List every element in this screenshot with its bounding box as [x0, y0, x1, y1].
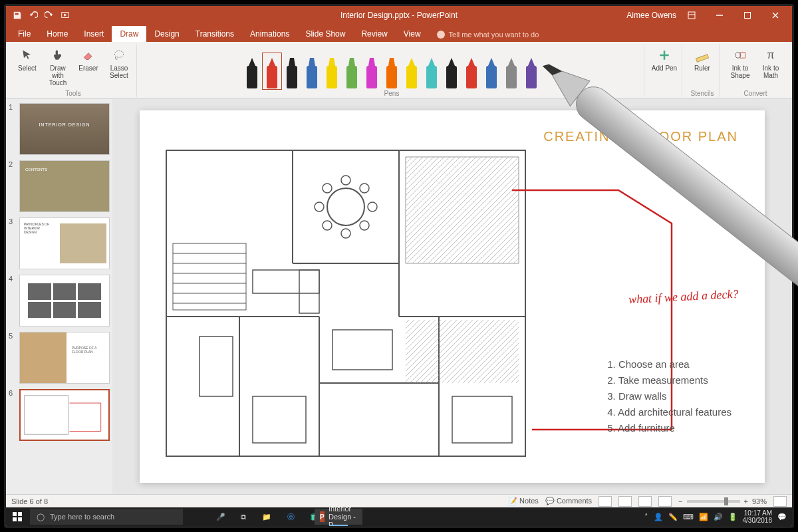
task-view-icon[interactable]: ⧉	[232, 507, 255, 526]
group-label-convert: Convert	[743, 88, 767, 97]
thumb-2[interactable]: 2CONTENTS	[9, 160, 110, 212]
pen-swatch-6[interactable]	[363, 54, 380, 88]
tab-design[interactable]: Design	[146, 26, 187, 42]
thumb-4[interactable]: 4	[9, 275, 110, 327]
document-title: Interior Design.pptx - PowerPoint	[340, 11, 458, 20]
thumb-5[interactable]: 5PURPOSE OF A FLOOR PLAN	[9, 332, 110, 384]
tab-view[interactable]: View	[396, 26, 429, 42]
select-button[interactable]: Select	[14, 45, 41, 72]
close-icon[interactable]	[763, 6, 788, 25]
pen-tray-icon[interactable]: ✏️	[668, 513, 678, 521]
slide-thumbnails[interactable]: 1INTERIOR DESIGN 2CONTENTS 3PRINCIPLES O…	[6, 99, 112, 494]
current-slide[interactable]: CREATING A FLOOR PLAN	[140, 110, 765, 483]
slideshow-view-icon[interactable]	[658, 496, 672, 507]
tray-up-icon[interactable]: ˄	[644, 513, 648, 521]
ink-to-shape-button[interactable]: Ink to Shape	[727, 45, 753, 79]
start-slideshow-icon[interactable]	[61, 11, 70, 20]
group-label-tools: Tools	[65, 88, 80, 97]
svg-rect-41	[332, 330, 392, 370]
tab-slideshow[interactable]: Slide Show	[297, 26, 353, 42]
people-icon[interactable]: 👤	[654, 513, 663, 521]
svg-rect-27	[406, 157, 519, 263]
slide-heading: CREATING A FLOOR PLAN	[543, 129, 738, 144]
reading-view-icon[interactable]	[638, 496, 652, 507]
sorter-view-icon[interactable]	[618, 496, 632, 507]
taskbar-powerpoint[interactable]: PInterior Design - P...	[327, 507, 350, 526]
ink-to-math-button[interactable]: π Ink to Math	[757, 45, 784, 79]
tell-me-search[interactable]: Tell me what you want to do	[429, 27, 547, 42]
tab-file[interactable]: File	[10, 26, 39, 42]
eraser-icon	[80, 47, 96, 63]
pen-swatch-11[interactable]	[463, 54, 480, 88]
system-tray[interactable]: ˄ 👤 ✏️ ⌨ 📶 🔊 🔋 10:17 AM 4/30/2018 💬	[644, 509, 793, 524]
svg-point-32	[315, 202, 324, 211]
volume-icon[interactable]: 🔊	[714, 513, 723, 521]
taskbar-explorer[interactable]: 📁	[255, 507, 279, 526]
taskbar-search[interactable]: ◯ Type here to search	[30, 509, 183, 525]
pen-swatch-13[interactable]	[503, 54, 520, 88]
pen-swatch-5[interactable]	[343, 54, 360, 88]
wifi-icon[interactable]: 📶	[699, 513, 708, 521]
tell-me-placeholder: Tell me what you want to do	[449, 31, 539, 39]
tab-home[interactable]: Home	[39, 26, 76, 42]
svg-point-36	[323, 221, 332, 230]
maximize-icon[interactable]	[735, 6, 760, 25]
ribbon-options-icon[interactable]	[679, 6, 704, 25]
windows-taskbar: ◯ Type here to search 🎤 ⧉ 📁 ⓔ 🛍️ PInteri…	[6, 507, 792, 526]
pen-swatch-9[interactable]	[423, 54, 440, 88]
ink-math-icon: π	[763, 47, 779, 63]
pen-swatch-2[interactable]	[283, 54, 301, 88]
battery-icon[interactable]: 🔋	[728, 513, 737, 521]
svg-rect-1	[688, 12, 695, 19]
thumb-1[interactable]: 1INTERIOR DESIGN	[9, 103, 110, 155]
eraser-button[interactable]: Eraser	[75, 45, 102, 72]
lasso-select-button[interactable]: Lasso Select	[106, 45, 132, 79]
svg-point-31	[341, 229, 350, 238]
pen-swatch-3[interactable]	[303, 54, 321, 88]
notes-button[interactable]: 📝 Notes	[508, 497, 539, 505]
title-bar: Interior Design.pptx - PowerPoint Aimee …	[6, 6, 792, 25]
svg-point-30	[341, 176, 350, 185]
pen-swatch-1[interactable]	[263, 54, 281, 88]
ruler-icon	[694, 47, 710, 63]
fit-window-icon[interactable]	[773, 496, 787, 507]
zoom-slider[interactable]: −+ 93%	[678, 497, 767, 505]
ribbon-group-convert: Ink to Shape π Ink to Math Convert	[723, 45, 788, 97]
tab-draw[interactable]: Draw	[112, 26, 146, 42]
slide-editor[interactable]: CREATING A FLOOR PLAN	[112, 99, 792, 494]
minimize-icon[interactable]	[707, 6, 732, 25]
thumb-3[interactable]: 3PRINCIPLES OF INTERIOR DESIGN	[9, 217, 110, 269]
slide-steps: 1. Choose an area 2. Take measurements 3…	[607, 356, 732, 436]
tab-review[interactable]: Review	[353, 26, 395, 42]
taskbar-clock[interactable]: 10:17 AM 4/30/2018	[743, 509, 773, 524]
comments-button[interactable]: 💬 Comments	[545, 497, 592, 505]
pen-swatch-10[interactable]	[443, 54, 460, 88]
save-icon[interactable]	[13, 11, 22, 20]
tab-animations[interactable]: Animations	[242, 26, 297, 42]
svg-rect-46	[13, 517, 17, 521]
pen-swatch-7[interactable]	[383, 54, 400, 88]
group-label-pens: Pens	[384, 88, 400, 97]
mic-icon[interactable]: 🎤	[209, 507, 232, 526]
thumb-6[interactable]: 6	[9, 389, 110, 441]
svg-rect-3	[745, 13, 751, 19]
action-center-icon[interactable]: 💬	[777, 513, 787, 521]
touch-icon	[50, 47, 66, 63]
draw-with-touch-button[interactable]: Draw with Touch	[45, 45, 71, 86]
tab-transitions[interactable]: Transitions	[188, 26, 242, 42]
undo-icon[interactable]	[29, 11, 38, 20]
taskbar-edge[interactable]: ⓔ	[279, 507, 303, 526]
add-pen-button[interactable]: Add Pen	[651, 45, 678, 72]
tab-insert[interactable]: Insert	[76, 26, 112, 42]
redo-icon[interactable]	[45, 11, 54, 20]
start-button[interactable]	[6, 507, 29, 526]
pen-swatch-0[interactable]	[243, 54, 261, 88]
keyboard-icon[interactable]: ⌨	[683, 513, 694, 521]
pen-swatch-14[interactable]	[523, 54, 540, 88]
normal-view-icon[interactable]	[598, 496, 612, 507]
pen-swatch-12[interactable]	[483, 54, 500, 88]
user-name[interactable]: Aimee Owens	[626, 11, 676, 20]
pen-swatch-8[interactable]	[403, 54, 420, 88]
pen-swatch-4[interactable]	[323, 54, 340, 88]
ruler-button[interactable]: Ruler	[689, 45, 716, 72]
